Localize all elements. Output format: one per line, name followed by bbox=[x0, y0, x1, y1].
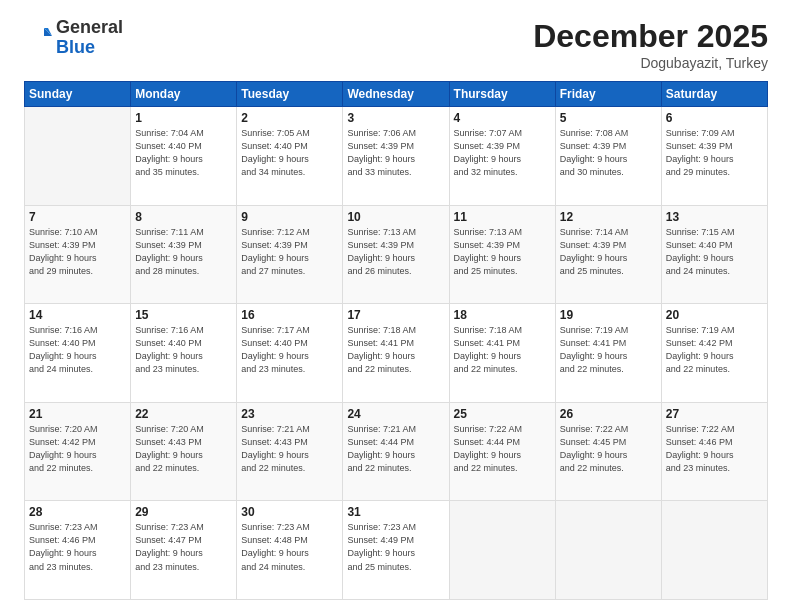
day-info: Sunrise: 7:04 AM Sunset: 4:40 PM Dayligh… bbox=[135, 127, 232, 179]
day-info: Sunrise: 7:17 AM Sunset: 4:40 PM Dayligh… bbox=[241, 324, 338, 376]
day-number: 8 bbox=[135, 210, 232, 224]
day-number: 15 bbox=[135, 308, 232, 322]
day-number: 2 bbox=[241, 111, 338, 125]
day-info: Sunrise: 7:05 AM Sunset: 4:40 PM Dayligh… bbox=[241, 127, 338, 179]
day-number: 5 bbox=[560, 111, 657, 125]
day-cell bbox=[555, 501, 661, 600]
header-cell-sunday: Sunday bbox=[25, 82, 131, 107]
day-info: Sunrise: 7:06 AM Sunset: 4:39 PM Dayligh… bbox=[347, 127, 444, 179]
day-info: Sunrise: 7:14 AM Sunset: 4:39 PM Dayligh… bbox=[560, 226, 657, 278]
day-info: Sunrise: 7:23 AM Sunset: 4:46 PM Dayligh… bbox=[29, 521, 126, 573]
day-number: 12 bbox=[560, 210, 657, 224]
day-cell: 24Sunrise: 7:21 AM Sunset: 4:44 PM Dayli… bbox=[343, 402, 449, 501]
day-info: Sunrise: 7:16 AM Sunset: 4:40 PM Dayligh… bbox=[29, 324, 126, 376]
day-cell bbox=[661, 501, 767, 600]
week-row-3: 21Sunrise: 7:20 AM Sunset: 4:42 PM Dayli… bbox=[25, 402, 768, 501]
day-info: Sunrise: 7:18 AM Sunset: 4:41 PM Dayligh… bbox=[454, 324, 551, 376]
day-info: Sunrise: 7:08 AM Sunset: 4:39 PM Dayligh… bbox=[560, 127, 657, 179]
day-cell: 31Sunrise: 7:23 AM Sunset: 4:49 PM Dayli… bbox=[343, 501, 449, 600]
header-row: SundayMondayTuesdayWednesdayThursdayFrid… bbox=[25, 82, 768, 107]
day-number: 19 bbox=[560, 308, 657, 322]
header-cell-thursday: Thursday bbox=[449, 82, 555, 107]
day-number: 30 bbox=[241, 505, 338, 519]
day-info: Sunrise: 7:10 AM Sunset: 4:39 PM Dayligh… bbox=[29, 226, 126, 278]
day-cell: 28Sunrise: 7:23 AM Sunset: 4:46 PM Dayli… bbox=[25, 501, 131, 600]
day-info: Sunrise: 7:13 AM Sunset: 4:39 PM Dayligh… bbox=[454, 226, 551, 278]
header-cell-wednesday: Wednesday bbox=[343, 82, 449, 107]
day-cell: 22Sunrise: 7:20 AM Sunset: 4:43 PM Dayli… bbox=[131, 402, 237, 501]
day-cell: 21Sunrise: 7:20 AM Sunset: 4:42 PM Dayli… bbox=[25, 402, 131, 501]
day-number: 13 bbox=[666, 210, 763, 224]
header-cell-friday: Friday bbox=[555, 82, 661, 107]
day-cell: 5Sunrise: 7:08 AM Sunset: 4:39 PM Daylig… bbox=[555, 107, 661, 206]
day-cell: 19Sunrise: 7:19 AM Sunset: 4:41 PM Dayli… bbox=[555, 304, 661, 403]
day-cell: 4Sunrise: 7:07 AM Sunset: 4:39 PM Daylig… bbox=[449, 107, 555, 206]
day-info: Sunrise: 7:12 AM Sunset: 4:39 PM Dayligh… bbox=[241, 226, 338, 278]
day-number: 14 bbox=[29, 308, 126, 322]
day-info: Sunrise: 7:21 AM Sunset: 4:44 PM Dayligh… bbox=[347, 423, 444, 475]
page: General Blue December 2025 Dogubayazit, … bbox=[0, 0, 792, 612]
day-number: 10 bbox=[347, 210, 444, 224]
day-cell: 25Sunrise: 7:22 AM Sunset: 4:44 PM Dayli… bbox=[449, 402, 555, 501]
day-number: 9 bbox=[241, 210, 338, 224]
day-cell bbox=[25, 107, 131, 206]
day-number: 18 bbox=[454, 308, 551, 322]
week-row-1: 7Sunrise: 7:10 AM Sunset: 4:39 PM Daylig… bbox=[25, 205, 768, 304]
day-cell: 8Sunrise: 7:11 AM Sunset: 4:39 PM Daylig… bbox=[131, 205, 237, 304]
day-number: 17 bbox=[347, 308, 444, 322]
day-cell: 12Sunrise: 7:14 AM Sunset: 4:39 PM Dayli… bbox=[555, 205, 661, 304]
header-cell-tuesday: Tuesday bbox=[237, 82, 343, 107]
day-cell: 18Sunrise: 7:18 AM Sunset: 4:41 PM Dayli… bbox=[449, 304, 555, 403]
day-cell: 17Sunrise: 7:18 AM Sunset: 4:41 PM Dayli… bbox=[343, 304, 449, 403]
day-cell: 1Sunrise: 7:04 AM Sunset: 4:40 PM Daylig… bbox=[131, 107, 237, 206]
day-number: 28 bbox=[29, 505, 126, 519]
day-info: Sunrise: 7:22 AM Sunset: 4:45 PM Dayligh… bbox=[560, 423, 657, 475]
day-cell: 6Sunrise: 7:09 AM Sunset: 4:39 PM Daylig… bbox=[661, 107, 767, 206]
day-number: 4 bbox=[454, 111, 551, 125]
day-info: Sunrise: 7:22 AM Sunset: 4:46 PM Dayligh… bbox=[666, 423, 763, 475]
day-cell: 15Sunrise: 7:16 AM Sunset: 4:40 PM Dayli… bbox=[131, 304, 237, 403]
day-number: 23 bbox=[241, 407, 338, 421]
day-cell: 13Sunrise: 7:15 AM Sunset: 4:40 PM Dayli… bbox=[661, 205, 767, 304]
header-cell-saturday: Saturday bbox=[661, 82, 767, 107]
day-number: 21 bbox=[29, 407, 126, 421]
day-info: Sunrise: 7:11 AM Sunset: 4:39 PM Dayligh… bbox=[135, 226, 232, 278]
day-cell: 7Sunrise: 7:10 AM Sunset: 4:39 PM Daylig… bbox=[25, 205, 131, 304]
header-cell-monday: Monday bbox=[131, 82, 237, 107]
day-info: Sunrise: 7:23 AM Sunset: 4:48 PM Dayligh… bbox=[241, 521, 338, 573]
day-cell: 20Sunrise: 7:19 AM Sunset: 4:42 PM Dayli… bbox=[661, 304, 767, 403]
day-info: Sunrise: 7:18 AM Sunset: 4:41 PM Dayligh… bbox=[347, 324, 444, 376]
day-info: Sunrise: 7:22 AM Sunset: 4:44 PM Dayligh… bbox=[454, 423, 551, 475]
week-row-4: 28Sunrise: 7:23 AM Sunset: 4:46 PM Dayli… bbox=[25, 501, 768, 600]
header: General Blue December 2025 Dogubayazit, … bbox=[24, 18, 768, 71]
day-info: Sunrise: 7:07 AM Sunset: 4:39 PM Dayligh… bbox=[454, 127, 551, 179]
location: Dogubayazit, Turkey bbox=[533, 55, 768, 71]
day-number: 3 bbox=[347, 111, 444, 125]
logo: General Blue bbox=[24, 18, 123, 58]
day-cell: 3Sunrise: 7:06 AM Sunset: 4:39 PM Daylig… bbox=[343, 107, 449, 206]
title-block: December 2025 Dogubayazit, Turkey bbox=[533, 18, 768, 71]
day-cell: 23Sunrise: 7:21 AM Sunset: 4:43 PM Dayli… bbox=[237, 402, 343, 501]
day-number: 11 bbox=[454, 210, 551, 224]
logo-text: General Blue bbox=[56, 18, 123, 58]
day-cell: 27Sunrise: 7:22 AM Sunset: 4:46 PM Dayli… bbox=[661, 402, 767, 501]
calendar-table: SundayMondayTuesdayWednesdayThursdayFrid… bbox=[24, 81, 768, 600]
day-cell: 26Sunrise: 7:22 AM Sunset: 4:45 PM Dayli… bbox=[555, 402, 661, 501]
day-info: Sunrise: 7:13 AM Sunset: 4:39 PM Dayligh… bbox=[347, 226, 444, 278]
day-cell: 14Sunrise: 7:16 AM Sunset: 4:40 PM Dayli… bbox=[25, 304, 131, 403]
day-number: 31 bbox=[347, 505, 444, 519]
day-cell: 11Sunrise: 7:13 AM Sunset: 4:39 PM Dayli… bbox=[449, 205, 555, 304]
week-row-0: 1Sunrise: 7:04 AM Sunset: 4:40 PM Daylig… bbox=[25, 107, 768, 206]
day-info: Sunrise: 7:23 AM Sunset: 4:47 PM Dayligh… bbox=[135, 521, 232, 573]
day-cell: 9Sunrise: 7:12 AM Sunset: 4:39 PM Daylig… bbox=[237, 205, 343, 304]
logo-icon bbox=[24, 24, 52, 52]
day-number: 16 bbox=[241, 308, 338, 322]
logo-general: General bbox=[56, 18, 123, 38]
week-row-2: 14Sunrise: 7:16 AM Sunset: 4:40 PM Dayli… bbox=[25, 304, 768, 403]
calendar-header: SundayMondayTuesdayWednesdayThursdayFrid… bbox=[25, 82, 768, 107]
day-cell: 16Sunrise: 7:17 AM Sunset: 4:40 PM Dayli… bbox=[237, 304, 343, 403]
day-cell: 30Sunrise: 7:23 AM Sunset: 4:48 PM Dayli… bbox=[237, 501, 343, 600]
day-number: 1 bbox=[135, 111, 232, 125]
day-info: Sunrise: 7:15 AM Sunset: 4:40 PM Dayligh… bbox=[666, 226, 763, 278]
day-info: Sunrise: 7:23 AM Sunset: 4:49 PM Dayligh… bbox=[347, 521, 444, 573]
